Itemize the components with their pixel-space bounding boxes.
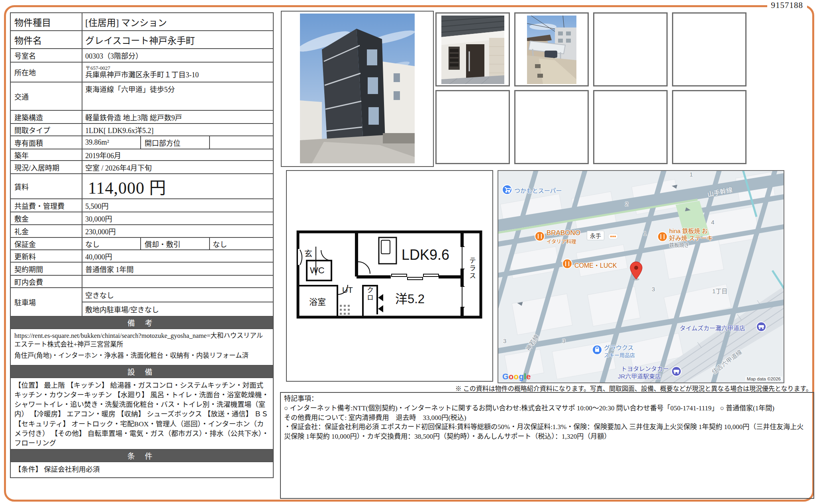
building-photo-illustration — [300, 14, 415, 163]
restaurant-icon — [562, 259, 572, 269]
table-row: 交通 東海道線「六甲道」徒歩5分 — [10, 82, 273, 110]
table-row: 駐車場 空きなし — [10, 288, 273, 302]
photo-slot-empty — [672, 12, 747, 86]
table-row: 間取タイプ 1LDK[ LDK9.6x洋5.2] — [10, 124, 273, 136]
row-label: 建築構造 — [10, 110, 82, 124]
row-label: 号室名 — [10, 49, 82, 62]
row-label: 専有面積 — [10, 136, 82, 149]
row-label: 敷金 — [10, 212, 82, 225]
row-label: 間取タイプ — [10, 124, 82, 136]
special-notes-line: ○ インターネット備考:NTT(個別契約)・インターネットに関するお問い合わせ:… — [284, 404, 810, 413]
table-row: 物件名 グレイスコート神戸永手町 — [10, 31, 273, 49]
special-notes-box: 特記事項： ○ インターネット備考:NTT(個別契約)・インターネットに関するお… — [280, 392, 814, 499]
shopping-icon — [592, 345, 602, 355]
map-label-hina-sub: 鉄板焼き — [669, 241, 689, 249]
room-label-western: 洋5.2 — [395, 289, 425, 307]
row-value: 東海道線「六甲道」徒歩5分 — [82, 82, 273, 110]
row-value: 30,000円 — [82, 212, 273, 225]
table-row: 建築構造 軽量鉄骨造 地上3階 総戸数9戸 — [10, 110, 273, 124]
special-notes-line: ・保証会社：保証会社利用必須 エポスカード初回保証料:賃料等総額の50%・月次保… — [284, 422, 810, 441]
floor-plan: 玄 WC 浴室 UT クロ LDK9.6 洋5.2 テラス — [286, 170, 493, 382]
table-row: 契約期間 普通借家 1年間 — [10, 262, 273, 275]
row-value: 空きなし — [82, 288, 273, 302]
row-label: 物件名 — [10, 31, 82, 49]
document-id: 9157188 — [767, 0, 807, 10]
row-value: 敷地内駐車場/空きなし — [82, 302, 273, 316]
row-label: 駐車場 — [10, 288, 82, 316]
row-label: 償却・敷引 — [141, 237, 210, 250]
row-value: 5,500円 — [82, 199, 273, 212]
row-label: 共益費・管理費 — [10, 199, 82, 212]
property-sheet: 9157188 物件種目 [住居用] マンション 物件名 グレイスコート神戸永手… — [0, 0, 819, 504]
row-value: 空室 / 2026年4月下旬 — [82, 161, 273, 174]
table-row: https://rent.es-square.net/bukken/chinta… — [10, 329, 273, 365]
row-value: 00303（3階部分） — [82, 49, 273, 62]
remarks-text: 角住戸(角地)・インターホン・浄水器・洗面化粧台・収納有・内装リフォーム済 — [14, 350, 270, 361]
table-row: 現況/入居時期 空室 / 2026年4月下旬 — [10, 161, 273, 174]
map-label-glaux-sub: スキー用品店 — [604, 351, 635, 359]
table-row: 町内会費 — [10, 275, 273, 288]
row-label: 物件種目 — [10, 13, 82, 31]
disclaimer-text: ※ この資料は物件の概略紹介資料になります。写真、間取図面、設備、概要などが現況… — [455, 383, 812, 393]
row-value: 軽量鉄骨造 地上3階 総戸数9戸 — [82, 110, 273, 124]
row-label: 契約期間 — [10, 262, 82, 275]
table-row: 物件種目 [住居用] マンション — [10, 13, 273, 31]
row-label: 町内会費 — [10, 275, 82, 288]
map-label-toyota: JR六甲道駅東店 — [618, 372, 661, 380]
row-value: グレイスコート神戸永手町 — [82, 31, 273, 49]
equipment-header: 設 備 — [10, 365, 273, 378]
row-value: 2019年06月 — [82, 149, 273, 161]
row-label: 所在地 — [10, 62, 82, 82]
row-label: 賃料 — [10, 174, 82, 199]
row-value: 〒657-0027 兵庫県神戸市灘区永手町１丁目3-10 — [82, 62, 273, 82]
location-map: つかもとスーパー 2 1 山手幹線 BRABONO イタリア料理 永手 1 hi… — [498, 170, 784, 383]
row-label: 礼金 — [10, 225, 82, 237]
table-row: 【条件】 保証会社利用必須 — [10, 462, 273, 478]
car-rental-icon — [756, 322, 766, 331]
row-label: 交通 — [10, 82, 82, 110]
table-row: 保証金 なし 償却・敷引 なし — [10, 237, 273, 250]
table-row: 所在地 〒657-0027 兵庫県神戸市灘区永手町１丁目3-10 — [10, 62, 273, 82]
map-label-supermarket: つかもとスーパー — [514, 186, 562, 194]
row-value: [住居用] マンション — [82, 13, 273, 31]
row-value: 1LDK[ LDK9.6x洋5.2] — [82, 124, 273, 136]
special-notes-line: その他費用について: 室内清掃費用 退去時 33,000円(税込) — [284, 413, 810, 423]
table-row: 礼金 230,000円 — [10, 225, 273, 237]
map-block-number: 3 — [503, 337, 506, 344]
photo-slot-empty — [435, 90, 510, 164]
row-label: 開口部方位 — [141, 136, 210, 149]
map-block-number: 3 — [652, 286, 655, 292]
map-block-number: 1丁目 — [712, 286, 727, 295]
row-label: 保証金 — [10, 237, 82, 250]
row-value — [210, 136, 273, 149]
row-value — [82, 275, 273, 288]
conditions-cell: 【条件】 保証会社利用必須 — [10, 462, 273, 478]
table-row: 敷金 30,000円 — [10, 212, 273, 225]
map-block-number: 2 — [625, 200, 628, 207]
room-label-wc: WC — [310, 265, 325, 276]
street-photo-illustration — [527, 16, 576, 84]
special-notes-title: 特記事項： — [284, 394, 810, 404]
map-label-times-car: タイムズカー灘六甲道店 — [680, 324, 745, 332]
restaurant-icon — [658, 232, 667, 241]
table-row: 築年 2019年06月 — [10, 149, 273, 161]
row-value: なし — [210, 237, 273, 250]
section-header-row: 条 件 — [10, 449, 273, 462]
map-label-brabono-sub: イタリア料理 — [547, 237, 576, 245]
photo-entrance — [435, 12, 510, 86]
map-block-number: 1 — [690, 171, 693, 178]
photo-slot-empty — [593, 12, 668, 86]
section-header-row: 設 備 — [10, 365, 273, 378]
room-label-terrace: テラス — [467, 257, 477, 280]
row-value: 230,000円 — [82, 225, 273, 237]
google-logo: Google — [502, 372, 531, 381]
remarks-url: https://rent.es-square.net/bukken/chinta… — [14, 330, 270, 350]
equipment-cell: 【位置】 最上階 【キッチン】 給湯器・ガスコンロ・システムキッチン・対面式キッ… — [10, 378, 273, 449]
table-row: 専有面積 39.86m² 開口部方位 — [10, 136, 273, 149]
map-label-toyota: トヨタレンタカー — [621, 364, 669, 373]
row-label: 築年 — [10, 149, 82, 161]
table-row: 更新料 40,000円 — [10, 250, 273, 262]
map-label-hina: 好み焼 ステーキ — [669, 233, 713, 242]
address-text: 兵庫県神戸市灘区永手町１丁目3-10 — [85, 71, 270, 80]
floor-plan-drawing — [287, 171, 492, 381]
